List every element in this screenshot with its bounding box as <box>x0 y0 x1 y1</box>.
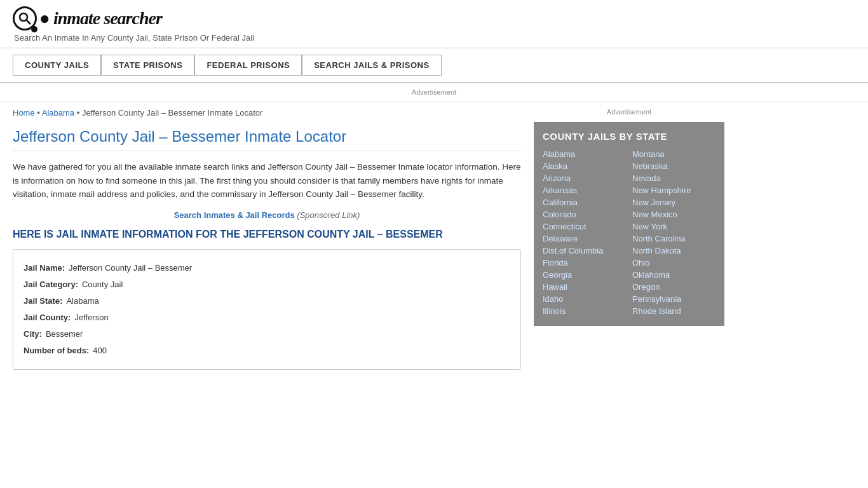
value-jail-county: Jefferson <box>74 309 108 326</box>
label-beds: Number of beds: <box>24 342 89 359</box>
state-link-north-dakota[interactable]: North Dakota <box>632 245 715 257</box>
label-jail-category: Jail Category: <box>24 276 78 293</box>
label-city: City: <box>24 326 42 342</box>
label-jail-county: Jail County: <box>24 309 71 326</box>
state-link-nebraska[interactable]: Nebraska <box>632 160 715 172</box>
label-jail-state: Jail State: <box>24 293 62 309</box>
county-jails-title: COUNTY JAILS BY STATE <box>543 131 715 142</box>
search-link-note-text: (Sponsored Link) <box>297 210 360 220</box>
breadcrumb-sep1: • <box>37 108 41 118</box>
state-link-pennsylvania[interactable]: Pennsylvania <box>632 293 715 305</box>
breadcrumb-state[interactable]: Alabama <box>42 108 74 118</box>
state-link-arkansas[interactable]: Arkansas <box>543 184 626 196</box>
state-link-nevada[interactable]: Nevada <box>632 172 715 184</box>
state-col2: MontanaNebraskaNevadaNew HampshireNew Je… <box>632 148 715 317</box>
state-link-connecticut[interactable]: Connecticut <box>543 220 626 233</box>
svg-line-1 <box>27 20 31 24</box>
state-link-colorado[interactable]: Colorado <box>543 208 626 220</box>
breadcrumb-current: Jefferson County Jail – Bessemer Inmate … <box>82 108 262 118</box>
state-link-oregon[interactable]: Oregon <box>632 281 715 293</box>
state-link-new-jersey[interactable]: New Jersey <box>632 196 715 208</box>
info-row-category: Jail Category: County Jail <box>24 276 510 293</box>
value-city: Bessemer <box>46 326 83 342</box>
state-link-florida[interactable]: Florida <box>543 257 626 269</box>
section-heading: HERE IS JAIL INMATE INFORMATION FOR THE … <box>13 229 521 240</box>
state-link-delaware[interactable]: Delaware <box>543 233 626 245</box>
logo-icon <box>13 6 37 30</box>
state-link-idaho[interactable]: Idaho <box>543 293 626 305</box>
page-title: Jefferson County Jail – Bessemer Inmate … <box>13 128 521 151</box>
value-jail-name: Jefferson County Jail – Bessemer <box>69 260 192 276</box>
search-link: Search Inmates & Jail Records (Sponsored… <box>13 210 521 220</box>
tagline: Search An Inmate In Any County Jail, Sta… <box>13 33 855 43</box>
sidebar-ad: Advertisement <box>534 108 724 116</box>
info-row-name: Jail Name: Jefferson County Jail – Besse… <box>24 260 510 276</box>
state-link-arizona[interactable]: Arizona <box>543 172 626 184</box>
state-link-distof-columbia[interactable]: Dist.of Columbia <box>543 245 626 257</box>
info-row-county: Jail County: Jefferson <box>24 309 510 326</box>
ad-bar: Advertisement <box>0 83 868 102</box>
info-row-state: Jail State: Alabama <box>24 293 510 309</box>
state-link-new-mexico[interactable]: New Mexico <box>632 208 715 220</box>
breadcrumb: Home • Alabama • Jefferson County Jail –… <box>13 108 521 118</box>
content: Home • Alabama • Jefferson County Jail –… <box>13 108 521 370</box>
logo-area: ● inmate searcher <box>13 6 855 30</box>
state-link-oklahoma[interactable]: Oklahoma <box>632 269 715 281</box>
state-link-illinois[interactable]: Illinois <box>543 305 626 317</box>
state-grid: AlabamaAlaskaArizonaArkansasCaliforniaCo… <box>543 148 715 317</box>
state-link-hawaii[interactable]: Hawaii <box>543 281 626 293</box>
state-link-ohio[interactable]: Ohio <box>632 257 715 269</box>
nav: COUNTY JAILS STATE PRISONS FEDERAL PRISO… <box>0 48 868 83</box>
nav-county-jails[interactable]: COUNTY JAILS <box>13 55 101 76</box>
body-text: We have gathered for you all the availab… <box>13 160 521 201</box>
nav-federal-prisons[interactable]: FEDERAL PRISONS <box>194 55 302 76</box>
state-link-new-york[interactable]: New York <box>632 220 715 233</box>
value-beds: 400 <box>93 342 107 359</box>
main: Home • Alabama • Jefferson County Jail –… <box>0 102 868 376</box>
info-box: Jail Name: Jefferson County Jail – Besse… <box>13 249 521 370</box>
nav-search-jails[interactable]: SEARCH JAILS & PRISONS <box>302 55 441 76</box>
info-row-city: City: Bessemer <box>24 326 510 342</box>
state-link-alaska[interactable]: Alaska <box>543 160 626 172</box>
state-col1: AlabamaAlaskaArizonaArkansasCaliforniaCo… <box>543 148 626 317</box>
info-row-beds: Number of beds: 400 <box>24 342 510 359</box>
value-jail-state: Alabama <box>66 293 98 309</box>
svg-point-0 <box>20 13 27 21</box>
search-inmates-link[interactable]: Search Inmates & Jail Records <box>174 210 295 220</box>
state-link-north-carolina[interactable]: North Carolina <box>632 233 715 245</box>
state-link-new-hampshire[interactable]: New Hampshire <box>632 184 715 196</box>
label-jail-name: Jail Name: <box>24 260 65 276</box>
state-link-alabama[interactable]: Alabama <box>543 148 626 160</box>
breadcrumb-home[interactable]: Home <box>13 108 35 118</box>
nav-state-prisons[interactable]: STATE PRISONS <box>101 55 194 76</box>
value-jail-category: County Jail <box>82 276 123 293</box>
sidebar: Advertisement COUNTY JAILS BY STATE Alab… <box>534 108 724 370</box>
state-link-rhode-island[interactable]: Rhode Island <box>632 305 715 317</box>
logo-text: ● inmate searcher <box>39 8 162 29</box>
state-link-california[interactable]: California <box>543 196 626 208</box>
state-link-georgia[interactable]: Georgia <box>543 269 626 281</box>
county-jails-box: COUNTY JAILS BY STATE AlabamaAlaskaArizo… <box>534 122 724 326</box>
breadcrumb-sep2: • <box>77 108 82 118</box>
state-link-montana[interactable]: Montana <box>632 148 715 160</box>
header: ● inmate searcher Search An Inmate In An… <box>0 0 868 48</box>
